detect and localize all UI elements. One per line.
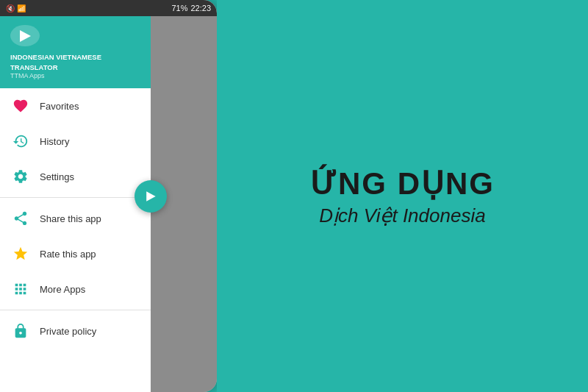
rate-label: Rate this app [40, 249, 96, 260]
sidebar-item-history[interactable]: History [0, 124, 151, 159]
svg-marker-0 [20, 30, 31, 42]
sidebar-item-rate[interactable]: Rate this app [0, 236, 151, 271]
favorites-label: Favorites [40, 101, 79, 112]
sidebar-item-settings[interactable]: Settings [0, 159, 151, 194]
lock-icon [12, 322, 29, 340]
main-title: ỨNG DỤNG [310, 165, 495, 202]
history-label: History [40, 136, 69, 147]
drawer-logo [10, 25, 40, 46]
drawer-header: INDONESIAN VIETNAMESE TRANSLATOR TTMA Ap… [0, 16, 151, 88]
drawer-divider-1 [0, 197, 151, 198]
share-label: Share this app [40, 213, 101, 224]
sidebar-item-share[interactable]: Share this app [0, 201, 151, 236]
main-content: ỨNG DỤNG Dịch Việt Indonesia [217, 0, 588, 392]
more-apps-label: More Apps [40, 284, 85, 295]
sidebar-item-favorites[interactable]: Favorites [0, 88, 151, 124]
drawer-divider-2 [0, 310, 151, 310]
sidebar-item-more-apps[interactable]: More Apps [0, 271, 151, 307]
star-icon [12, 245, 29, 263]
apps-icon [12, 280, 29, 298]
time-display: 22:23 [190, 4, 211, 13]
history-icon [12, 132, 29, 150]
drawer-toggle-button[interactable] [135, 180, 167, 213]
settings-label: Settings [40, 171, 74, 182]
settings-icon [12, 168, 29, 185]
privacy-label: Private policy [40, 326, 96, 337]
drawer-company: TTMA Apps [10, 72, 140, 79]
battery-indicator: 71% [171, 4, 187, 13]
heart-icon [12, 97, 29, 115]
nav-drawer: INDONESIAN VIETNAMESE TRANSLATOR TTMA Ap… [0, 16, 151, 392]
share-icon [12, 210, 29, 227]
drawer-app-name: INDONESIAN VIETNAMESE TRANSLATOR [10, 52, 140, 72]
status-bar: 🔇 📶 71% 22:23 [0, 0, 217, 16]
main-subtitle: Dịch Việt Indonesia [319, 204, 485, 227]
sidebar-item-privacy[interactable]: Private policy [0, 313, 151, 349]
phone-frame: 🔇 📶 71% 22:23 INDONESIAN VIETNAMESE TRAN… [0, 0, 217, 392]
svg-marker-1 [146, 191, 156, 201]
